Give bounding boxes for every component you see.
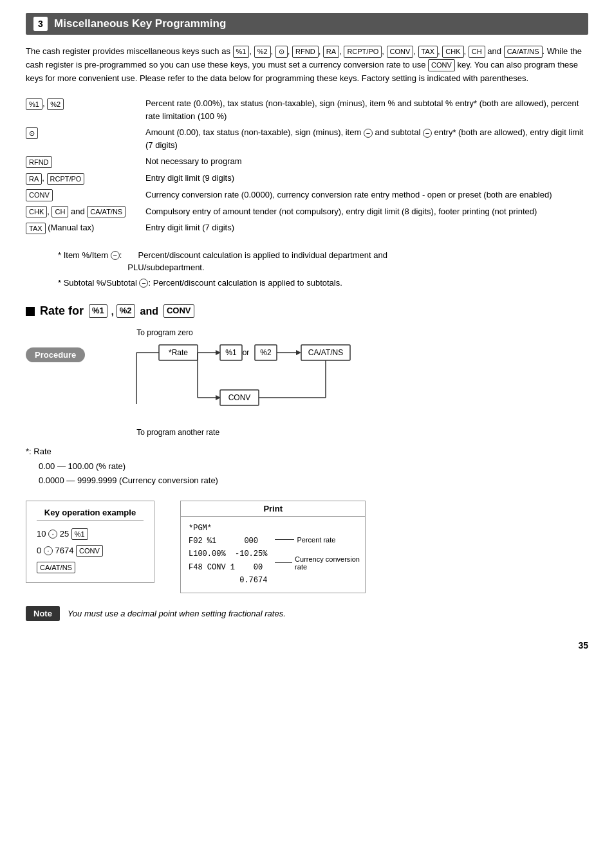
key-conv-feat: CONV — [26, 189, 53, 201]
key-rfnd: RFND — [292, 46, 319, 57]
print-line1: *PGM* — [189, 522, 267, 535]
note-text: You must use a decimal point when settin… — [68, 609, 286, 618]
rate-key-conv: CONV — [163, 304, 194, 318]
key-ra: RA — [323, 46, 339, 57]
key-chk-feat: CHK — [26, 206, 47, 217]
feature-table: %1, %2 Percent rate (0.00%), tax status … — [26, 95, 588, 236]
feature-key: CONV — [26, 187, 142, 203]
black-square-icon — [26, 307, 35, 316]
feature-key: CHK, CH and CA/AT/NS — [26, 203, 142, 220]
procedure-badge-container: Procedure — [26, 347, 85, 362]
rate-key-p1: %1 — [89, 304, 107, 318]
feature-key: TAX (Manual tax) — [26, 219, 142, 236]
key-caatns-op: CA/AT/NS — [37, 562, 75, 573]
rate-range1: 0.00 — 100.00 (% rate) — [39, 459, 588, 474]
note-badge: Note — [26, 606, 60, 621]
key-op-line3: CA/AT/NS — [37, 559, 144, 576]
table-row: CHK, CH and CA/AT/NS Compulsory entry of… — [26, 203, 588, 220]
key-p1-op: %1 — [71, 528, 88, 540]
print-container: Print *PGM* F02 %1 000 L100.00% -10.25% … — [180, 501, 366, 593]
svg-text:%1: %1 — [226, 348, 237, 357]
label-text-percent: Percent rate — [297, 536, 335, 544]
section-title: Miscellaneous Key Programming — [54, 17, 226, 30]
key-op-title: Key operation example — [37, 508, 144, 521]
svg-text:%2: %2 — [261, 348, 272, 357]
key-chk: CHK — [442, 46, 463, 57]
key-p2: %2 — [254, 46, 271, 57]
key-op-box: Key operation example 10 · 25 %1 0 · 767… — [26, 501, 154, 583]
procedure-area: Procedure To program zero *Rate %1 or %2 — [26, 328, 588, 437]
key-rcptpo-feat: RCPT/PO — [47, 173, 85, 185]
rate-title: Rate for — [40, 304, 84, 318]
key-p1-feat: %1 — [26, 98, 42, 110]
feature-desc: Not necessary to program — [142, 153, 588, 170]
svg-text:*Rate: *Rate — [169, 348, 188, 357]
feature-key: ⊙ — [26, 124, 142, 153]
feature-desc: Entry digit limit (9 digits) — [142, 170, 588, 187]
print-box: Print *PGM* F02 %1 000 L100.00% -10.25% … — [180, 501, 366, 593]
feature-desc: Amount (0.00), tax status (non-taxable),… — [142, 124, 588, 153]
svg-text:or: or — [243, 348, 250, 357]
key-ra-feat: RA — [26, 173, 42, 185]
label-line-currency — [275, 562, 292, 563]
flow-svg: *Rate %1 or %2 CA/AT/NS — [98, 340, 368, 423]
circle-minus-note2: − — [139, 279, 148, 288]
key-conv: CONV — [387, 46, 414, 57]
svg-marker-12 — [296, 350, 301, 355]
key-op-line2: 0 · 7674 CONV — [37, 542, 144, 559]
table-row: CONV Currency conversion rate (0.0000), … — [26, 187, 588, 203]
key-caatns: CA/AT/NS — [504, 46, 543, 57]
item-note-2: * Subtotal %/Subtotal −: Percent/discoun… — [58, 277, 588, 290]
key-circle: ⊙ — [275, 46, 288, 57]
key-rcptpo: RCPT/PO — [344, 46, 382, 57]
label-line-percent — [275, 539, 294, 540]
key-op-line1: 10 · 25 %1 — [37, 526, 144, 542]
table-row: TAX (Manual tax) Entry digit limit (7 di… — [26, 219, 588, 236]
key-rfnd-feat: RFND — [26, 156, 52, 168]
key-ch-feat: CH — [51, 206, 68, 217]
example-area: Key operation example 10 · 25 %1 0 · 767… — [26, 501, 588, 593]
rate-key-p2: %2 — [116, 304, 135, 318]
rate-header: Rate for %1 , %2 and CONV — [26, 304, 588, 318]
item-note-1: * Item %/Item −: Percent/discount calcul… — [58, 249, 588, 274]
key-op-content: 10 · 25 %1 0 · 7674 CONV CA/AT/NS — [37, 526, 144, 576]
table-row: ⊙ Amount (0.00), tax status (non-taxable… — [26, 124, 588, 153]
key-caatns-feat: CA/AT/NS — [87, 206, 126, 217]
table-row: RFND Not necessary to program — [26, 153, 588, 170]
feature-desc: Percent rate (0.00%), tax status (non-ta… — [142, 95, 588, 124]
print-label-percent: Percent rate — [275, 536, 365, 544]
page-number: 35 — [26, 640, 588, 651]
print-line5: 0.7674 — [189, 574, 267, 587]
circle-minus-icon: − — [364, 129, 373, 138]
key-tax-feat: TAX — [26, 223, 46, 234]
print-with-labels: *PGM* F02 %1 000 L100.00% -10.25% F48 CO… — [181, 517, 365, 593]
key-conv-op: CONV — [76, 545, 103, 557]
dot-icon2: · — [44, 546, 53, 555]
label-text-currency: Currency conversion rate — [295, 555, 365, 571]
print-content: *PGM* F02 %1 000 L100.00% -10.25% F48 CO… — [181, 517, 275, 593]
svg-text:CONV: CONV — [228, 393, 251, 402]
svg-text:CA/AT/NS: CA/AT/NS — [308, 348, 343, 357]
note-area: Note You must use a decimal point when s… — [26, 606, 588, 621]
intro-and: and — [487, 46, 503, 56]
rate-info: *: Rate 0.00 — 100.00 (% rate) 0.0000 — … — [26, 445, 588, 487]
key-operation-container: Key operation example 10 · 25 %1 0 · 767… — [26, 501, 154, 583]
print-label-currency: Currency conversion rate — [275, 555, 365, 571]
circle-minus-note: − — [111, 251, 120, 260]
print-line2: F02 %1 000 — [189, 535, 267, 548]
section-header: 3 Miscellaneous Key Programming — [26, 13, 588, 35]
section-number: 3 — [33, 17, 48, 31]
rate-range2: 0.0000 — 9999.9999 (Currency conversion … — [39, 474, 588, 488]
print-line4: F48 CONV 1 00 — [189, 561, 267, 574]
dot-icon: · — [48, 530, 57, 539]
flow-diagram: To program zero *Rate %1 or %2 — [98, 328, 368, 437]
rate-and: and — [140, 306, 158, 317]
table-row: RA, RCPT/PO Entry digit limit (9 digits) — [26, 170, 588, 187]
feature-desc: Entry digit limit (7 digits) — [142, 219, 588, 236]
feature-desc: Compulsory entry of amount tender (not c… — [142, 203, 588, 220]
procedure-badge: Procedure — [26, 347, 85, 362]
flow-label-top: To program zero — [136, 328, 368, 337]
print-title: Print — [181, 501, 365, 517]
key-p2-feat: %2 — [47, 98, 64, 110]
feature-key: RFND — [26, 153, 142, 170]
